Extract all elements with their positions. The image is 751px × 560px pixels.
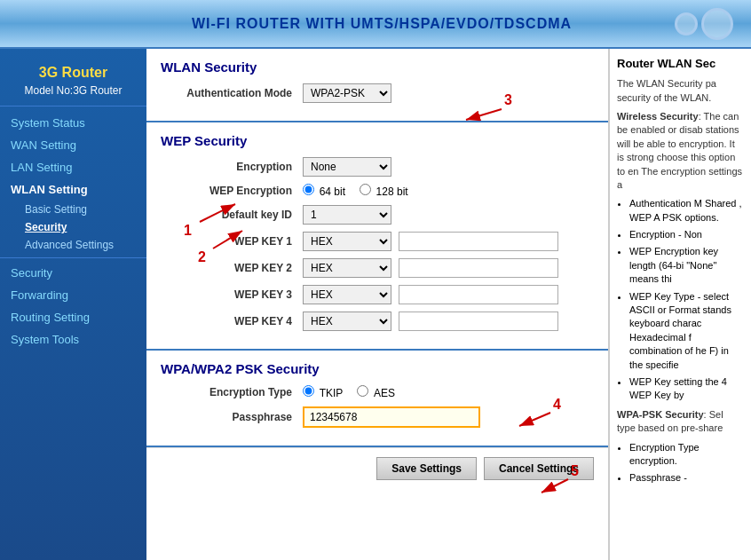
wep-key3-row: WEP KEY 3 HEXASCII [161, 285, 594, 304]
cancel-button[interactable]: Cancel Settings [484, 457, 594, 480]
default-key-control: 1 2 3 4 [303, 205, 391, 225]
wep-encryption-control: 64 bit 128 bit [303, 184, 415, 198]
wep-security-section: WEP Security Encryption None WEP WEP Enc… [146, 122, 608, 351]
wep-key3-input[interactable] [399, 285, 558, 304]
logo-circle-small [675, 12, 698, 35]
sidebar-item-basic-setting[interactable]: Basic Setting [18, 201, 146, 218]
tkip-label[interactable]: TKIP [303, 385, 350, 399]
help-bullet-4: WEP Key Type - select ASCII or Format st… [629, 290, 744, 372]
buttons-row: Save Settings Cancel Settings [146, 447, 608, 489]
sidebar: 3G Router Model No:3G Router System Stat… [0, 49, 146, 560]
sidebar-item-advanced-settings[interactable]: Advanced Settings [18, 236, 146, 254]
wep-key1-row: WEP KEY 1 HEXASCII [161, 232, 594, 251]
encryption-label: Encryption [161, 161, 303, 173]
auth-mode-control: WPA2-PSK Open Shared WPA-PSK WEP Auto [303, 83, 391, 103]
wep-key2-type-select[interactable]: HEXASCII [303, 258, 391, 278]
header-logo [675, 8, 733, 40]
help-bullet-2: Encryption - Non [629, 228, 744, 241]
help-bullet-3: WEP Encryption key length (64-bi "None" … [629, 245, 744, 286]
passphrase-row: Passphrase [161, 406, 594, 428]
wep-key4-row: WEP KEY 4 HEXASCII [161, 312, 594, 331]
passphrase-control [303, 406, 480, 428]
sidebar-model: Model No:3G Router [0, 84, 146, 106]
enc-type-control: TKIP AES [303, 385, 402, 399]
logo-circle-large [701, 8, 733, 40]
help-wireless-title: Wireless Security: The can be enabled or… [617, 110, 744, 192]
wep-key2-input[interactable] [399, 258, 558, 278]
sidebar-item-lan-setting[interactable]: LAN Setting [0, 156, 146, 178]
sidebar-item-system-tools[interactable]: System Tools [0, 328, 146, 351]
sidebar-item-security-sub[interactable]: Security [18, 218, 146, 236]
default-key-row: Default key ID 1 2 3 4 [161, 205, 594, 225]
wep-key3-control: HEXASCII [303, 285, 558, 304]
app-header: WI-FI ROUTER WITH UMTS/HSPA/EVDO/TDSCDMA [0, 0, 751, 49]
help-panel: Router WLAN Sec The WLAN Security pa sec… [609, 49, 751, 560]
header-title: WI-FI ROUTER WITH UMTS/HSPA/EVDO/TDSCDMA [89, 16, 675, 32]
wep-64-radio[interactable] [303, 184, 314, 195]
sidebar-app-title: 3G Router [0, 58, 146, 84]
passphrase-label: Passphrase [161, 411, 303, 423]
wep-encryption-label: WEP Encryption [161, 185, 303, 197]
enc-type-label: Encryption Type [161, 386, 303, 398]
default-key-label: Default key ID [161, 209, 303, 221]
wep-key4-label: WEP KEY 4 [161, 315, 303, 327]
help-intro: The WLAN Security pa security of the WLA… [617, 77, 744, 105]
help-bullet-5: WEP Key setting the 4 WEP Key by [629, 375, 744, 403]
wep-key2-label: WEP KEY 2 [161, 262, 303, 274]
wep-key2-control: HEXASCII [303, 258, 558, 278]
help-bullet-1: Authentication M Shared , WEP A PSK opti… [629, 197, 744, 225]
sidebar-wlan-sub: Basic Setting Security Advanced Settings [0, 201, 146, 254]
help-wpa-bullets: Encryption Type encryption. Passphrase - [617, 441, 744, 485]
default-key-select[interactable]: 1 2 3 4 [303, 205, 391, 225]
tkip-radio[interactable] [303, 385, 314, 397]
wep-64-label[interactable]: 64 bit [303, 184, 352, 198]
save-button[interactable]: Save Settings [376, 457, 477, 480]
aes-radio[interactable] [357, 385, 368, 397]
wpa-security-section: WPA/WPA2 PSK Security Encryption Type TK… [146, 351, 608, 447]
wep-encryption-row: WEP Encryption 64 bit 128 bit [161, 184, 594, 198]
wep-key1-input[interactable] [399, 232, 558, 251]
main-layout: 3G Router Model No:3G Router System Stat… [0, 49, 751, 560]
sidebar-item-wan-setting[interactable]: WAN Setting [0, 134, 146, 156]
wep-128-radio[interactable] [360, 184, 371, 195]
wep-key4-control: HEXASCII [303, 312, 558, 331]
wep-key1-control: HEXASCII [303, 232, 558, 251]
wep-security-title: WEP Security [161, 133, 594, 148]
wlan-security-section: WLAN Security Authentication Mode WPA2-P… [146, 49, 608, 122]
wep-key4-input[interactable] [399, 312, 558, 331]
wep-key4-type-select[interactable]: HEXASCII [303, 312, 391, 331]
wep-key2-row: WEP KEY 2 HEXASCII [161, 258, 594, 278]
auth-mode-row: Authentication Mode WPA2-PSK Open Shared… [161, 83, 594, 103]
help-wpa-bullet-1: Encryption Type encryption. [629, 441, 744, 469]
passphrase-input[interactable] [303, 406, 480, 428]
encryption-select[interactable]: None WEP [303, 157, 391, 177]
sidebar-item-system-status[interactable]: System Status [0, 112, 146, 134]
help-panel-title: Router WLAN Sec [617, 56, 744, 72]
sidebar-item-routing-setting[interactable]: Routing Setting [0, 306, 146, 328]
help-wpa-bullet-2: Passphrase - [629, 471, 744, 485]
wpa-security-title: WPA/WPA2 PSK Security [161, 361, 594, 376]
content-area: WLAN Security Authentication Mode WPA2-P… [146, 49, 609, 560]
encryption-row: Encryption None WEP [161, 157, 594, 177]
wep-key1-type-select[interactable]: HEXASCII [303, 232, 391, 251]
auth-mode-label: Authentication Mode [161, 87, 303, 99]
content-help-wrapper: WLAN Security Authentication Mode WPA2-P… [146, 49, 751, 560]
encryption-control: None WEP [303, 157, 391, 177]
help-bullets-list: Authentication M Shared , WEP A PSK opti… [617, 197, 744, 402]
aes-label[interactable]: AES [357, 385, 402, 399]
wep-key3-type-select[interactable]: HEXASCII [303, 285, 391, 304]
wlan-security-title: WLAN Security [161, 59, 594, 75]
wep-key3-label: WEP KEY 3 [161, 288, 303, 301]
sidebar-item-wlan-setting[interactable]: WLAN Setting [0, 178, 146, 201]
help-wpa-psk: WPA-PSK Security: Sel type based on pre-… [617, 408, 744, 436]
enc-type-row: Encryption Type TKIP AES [161, 385, 594, 399]
sidebar-item-forwarding[interactable]: Forwarding [0, 284, 146, 306]
wep-128-label[interactable]: 128 bit [360, 184, 415, 198]
auth-mode-select[interactable]: WPA2-PSK Open Shared WPA-PSK WEP Auto [303, 83, 391, 103]
sidebar-item-security[interactable]: Security [0, 262, 146, 284]
wep-key1-label: WEP KEY 1 [161, 235, 303, 248]
